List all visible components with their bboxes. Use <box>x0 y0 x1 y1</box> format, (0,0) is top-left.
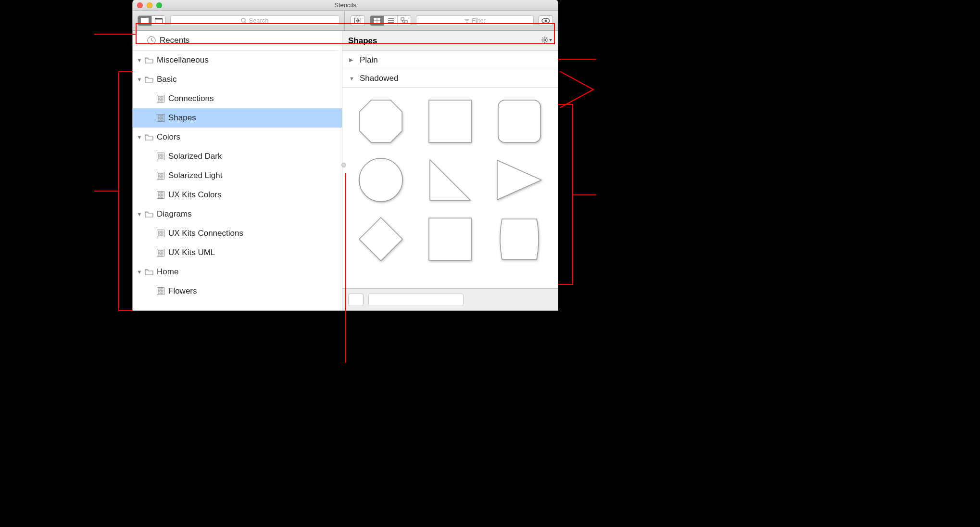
collapse-sidebar-button[interactable] <box>351 15 365 26</box>
stencil-row[interactable]: Solarized Dark <box>133 147 342 166</box>
section-row[interactable]: ▶Plain <box>342 51 558 69</box>
svg-point-25 <box>545 19 547 22</box>
stencil-label: Connections <box>166 94 214 103</box>
stencil-icon <box>155 230 166 237</box>
stencil-row[interactable]: UX Kits UML <box>133 243 342 262</box>
svg-line-28 <box>151 40 153 41</box>
folder-label: Diagrams <box>155 209 192 219</box>
list-view-button[interactable] <box>384 16 397 26</box>
shape-rounded-square[interactable] <box>493 98 545 144</box>
sidebar-layout-single-button[interactable] <box>151 16 165 26</box>
stencil-icon <box>155 191 166 199</box>
folder-label: Home <box>155 267 178 277</box>
gear-icon <box>541 37 552 43</box>
disclosure-triangle-icon[interactable]: ▶ <box>349 57 355 63</box>
window-icon <box>155 18 163 24</box>
svg-rect-53 <box>161 195 163 197</box>
svg-rect-42 <box>158 157 160 159</box>
svg-marker-83 <box>430 160 470 200</box>
stencil-icon <box>155 287 166 295</box>
svg-rect-48 <box>161 176 163 178</box>
svg-rect-60 <box>158 250 160 252</box>
filter-icon <box>464 18 470 23</box>
svg-point-69 <box>544 39 546 41</box>
annotation-bracket-tree-top <box>118 71 133 72</box>
shape-octagon[interactable] <box>355 98 407 144</box>
shape-triangle-right-pointing[interactable] <box>493 157 545 203</box>
shape-diamond[interactable] <box>355 216 407 263</box>
stencil-library-sidebar: Recents ▼Miscellaneous▼BasicConnectionsS… <box>133 31 342 310</box>
shape-grid <box>342 88 558 288</box>
split-resize-handle[interactable] <box>341 163 346 167</box>
grid-view-button[interactable] <box>370 16 384 26</box>
svg-rect-45 <box>158 173 160 175</box>
shape-square[interactable] <box>424 98 476 144</box>
stencil-row[interactable]: UX Kits Colors <box>133 185 342 205</box>
recents-item[interactable]: Recents <box>133 31 338 51</box>
svg-line-75 <box>546 41 547 42</box>
panel-header: Shapes <box>342 31 558 51</box>
folder-row[interactable]: ▼Home <box>133 262 342 282</box>
folder-row[interactable]: ▼Miscellaneous <box>133 51 342 70</box>
svg-rect-68 <box>161 292 163 294</box>
panel-title: Shapes <box>348 36 377 46</box>
stencil-row[interactable]: UX Kits Connections <box>133 224 342 243</box>
shape-square-2[interactable] <box>424 216 476 263</box>
svg-rect-41 <box>161 154 163 156</box>
stencil-row[interactable]: Connections <box>133 89 342 108</box>
svg-rect-18 <box>404 21 407 23</box>
svg-marker-78 <box>549 39 552 41</box>
filter-input[interactable]: Filter <box>416 15 534 26</box>
folder-row[interactable]: ▼Diagrams <box>133 205 342 224</box>
view-mode-toggle <box>370 15 411 26</box>
svg-rect-36 <box>161 116 163 117</box>
svg-line-76 <box>546 38 547 39</box>
stencil-row[interactable]: Flowers <box>133 282 342 301</box>
search-input[interactable]: Search <box>170 15 339 26</box>
disclosure-triangle-icon[interactable]: ▼ <box>349 76 355 81</box>
stencil-label: UX Kits Colors <box>166 190 222 200</box>
disclosure-triangle-icon[interactable]: ▼ <box>136 57 143 63</box>
svg-rect-30 <box>158 96 160 98</box>
folder-row[interactable]: ▼Colors <box>133 128 342 147</box>
shape-right-triangle[interactable] <box>424 157 476 203</box>
stencil-icon <box>155 95 166 103</box>
recents-label: Recents <box>160 36 189 45</box>
svg-marker-84 <box>497 160 541 200</box>
shape-name-input[interactable] <box>368 294 464 306</box>
color-swatch[interactable] <box>348 294 364 306</box>
svg-rect-13 <box>377 21 380 23</box>
sidebar-layout-split-button[interactable] <box>138 16 151 26</box>
collapse-icon <box>354 18 361 24</box>
disclosure-triangle-icon[interactable]: ▼ <box>136 269 143 275</box>
list-icon <box>388 18 394 24</box>
section-row[interactable]: ▼Shadowed <box>342 69 558 88</box>
folder-icon <box>143 76 155 83</box>
stencil-label: Flowers <box>166 286 197 296</box>
svg-rect-52 <box>158 195 160 197</box>
svg-marker-8 <box>356 19 357 22</box>
panel-footer <box>342 288 558 310</box>
shape-barrel[interactable] <box>493 216 545 263</box>
annotation-line-grid <box>572 194 596 195</box>
search-icon <box>241 18 247 24</box>
disclosure-triangle-icon[interactable]: ▼ <box>136 77 143 82</box>
outline-view-button[interactable] <box>397 16 411 26</box>
folder-row[interactable]: ▼Basic <box>133 70 342 89</box>
svg-rect-10 <box>374 18 377 20</box>
preview-toggle-button[interactable] <box>539 15 553 26</box>
disclosure-triangle-icon[interactable]: ▼ <box>136 134 143 140</box>
section-label: Shadowed <box>360 74 398 83</box>
panel-actions-menu[interactable] <box>541 37 552 45</box>
stencil-row[interactable]: Shapes <box>133 108 342 128</box>
svg-rect-47 <box>158 176 160 178</box>
sidebar-view-toggle <box>138 15 165 26</box>
titlebar: Stencils <box>133 0 558 11</box>
disclosure-triangle-icon[interactable]: ▼ <box>136 211 143 217</box>
stencil-label: Solarized Light <box>166 171 222 180</box>
stencil-row[interactable]: Solarized Light <box>133 166 342 185</box>
svg-rect-11 <box>377 18 380 20</box>
annotation-line-gear <box>558 59 596 60</box>
shape-circle[interactable] <box>355 157 407 203</box>
svg-rect-46 <box>161 173 163 175</box>
